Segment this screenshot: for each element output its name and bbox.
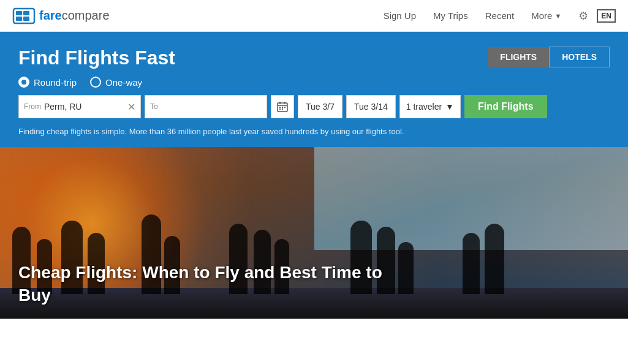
- article-title: Cheap Flights: When to Fly and Best Time…: [18, 262, 386, 306]
- one-way-radio[interactable]: [90, 77, 101, 88]
- promo-text: Finding cheap flights is simple. More th…: [18, 127, 610, 136]
- nav-signup[interactable]: Sign Up: [384, 10, 416, 21]
- one-way-option[interactable]: One-way: [90, 77, 142, 88]
- nav-more[interactable]: More ▼: [531, 10, 561, 21]
- from-value: Perm, RU: [44, 102, 125, 112]
- svg-rect-9: [279, 107, 281, 108]
- header: farecompare Sign Up My Trips Recent More…: [0, 0, 628, 32]
- calendar-icon: [277, 101, 288, 112]
- traveler-selector[interactable]: 1 traveler ▼: [399, 95, 461, 118]
- tab-hotels[interactable]: HOTELS: [549, 47, 610, 67]
- nav-icons: ⚙ EN: [578, 9, 616, 23]
- round-trip-option[interactable]: Round-trip: [18, 77, 77, 88]
- return-date[interactable]: Tue 3/14: [346, 95, 396, 118]
- svg-rect-12: [279, 108, 281, 110]
- from-field[interactable]: From Perm, RU ✕: [18, 95, 141, 118]
- blue-top: Find Flights Fast FLIGHTS HOTELS: [18, 47, 610, 77]
- depart-date[interactable]: Tue 3/7: [298, 95, 342, 118]
- svg-rect-4: [23, 17, 29, 21]
- to-input[interactable]: [161, 102, 241, 112]
- search-section: Find Flights Fast FLIGHTS HOTELS Round-t…: [0, 32, 628, 147]
- person-13: [463, 233, 480, 294]
- logo-icon: [12, 6, 36, 26]
- tab-flights[interactable]: FLIGHTS: [488, 47, 549, 67]
- language-selector[interactable]: EN: [597, 9, 616, 23]
- find-flights-button[interactable]: Find Flights: [464, 95, 547, 118]
- chevron-down-icon: ▼: [554, 12, 561, 20]
- svg-rect-10: [282, 107, 283, 108]
- svg-rect-2: [23, 11, 29, 15]
- svg-rect-13: [282, 108, 283, 110]
- trip-type: Round-trip One-way: [18, 77, 610, 88]
- hero-image: Cheap Flights: When to Fly and Best Time…: [0, 147, 628, 319]
- tab-buttons: FLIGHTS HOTELS: [488, 47, 610, 67]
- nav-my-trips[interactable]: My Trips: [433, 10, 468, 21]
- to-label: To: [150, 102, 158, 111]
- traveler-chevron-icon: ▼: [445, 102, 454, 112]
- from-label: From: [24, 102, 41, 111]
- gear-icon[interactable]: ⚙: [578, 9, 588, 23]
- svg-rect-1: [16, 11, 22, 15]
- page-title: Find Flights Fast: [18, 47, 175, 69]
- logo-text: farecompare: [39, 9, 110, 23]
- svg-rect-11: [284, 107, 286, 108]
- clear-from-button[interactable]: ✕: [127, 101, 135, 113]
- person-12: [398, 242, 414, 294]
- svg-rect-3: [16, 17, 22, 21]
- calendar-button[interactable]: [271, 95, 294, 118]
- nav-recent[interactable]: Recent: [485, 10, 515, 21]
- person-14: [485, 224, 504, 294]
- logo[interactable]: farecompare: [12, 6, 110, 26]
- svg-rect-0: [13, 9, 34, 23]
- nav: Sign Up My Trips Recent More ▼ ⚙ EN: [384, 9, 616, 23]
- to-field[interactable]: To: [145, 95, 267, 118]
- round-trip-radio[interactable]: [18, 77, 29, 88]
- search-bar: From Perm, RU ✕ To Tue 3/7 Tue 3/14: [18, 95, 610, 118]
